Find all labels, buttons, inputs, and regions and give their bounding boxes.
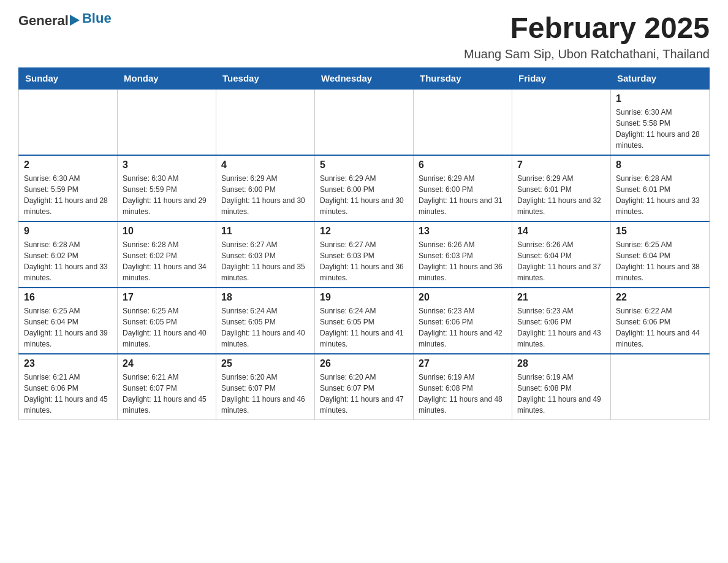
day-number: 7	[517, 159, 605, 170]
header-tuesday: Tuesday	[216, 67, 315, 89]
day-number: 18	[221, 292, 309, 303]
header-thursday: Thursday	[414, 67, 512, 89]
week-row-2: 9Sunrise: 6:28 AMSunset: 6:02 PMDaylight…	[19, 221, 710, 288]
header: General Blue February 2025 Muang Sam Sip…	[18, 12, 710, 61]
day-number: 16	[24, 292, 112, 303]
day-info: Sunrise: 6:19 AMSunset: 6:08 PMDaylight:…	[419, 372, 507, 416]
day-number: 9	[24, 226, 112, 237]
header-sunday: Sunday	[19, 67, 118, 89]
day-number: 17	[123, 292, 211, 303]
calendar-cell	[315, 89, 414, 155]
week-row-4: 23Sunrise: 6:21 AMSunset: 6:06 PMDayligh…	[19, 354, 710, 420]
header-saturday: Saturday	[611, 67, 710, 89]
calendar-cell	[611, 354, 710, 420]
day-info: Sunrise: 6:29 AMSunset: 6:00 PMDaylight:…	[419, 173, 507, 217]
calendar-cell: 11Sunrise: 6:27 AMSunset: 6:03 PMDayligh…	[216, 221, 315, 288]
svg-marker-0	[70, 15, 80, 26]
day-info: Sunrise: 6:29 AMSunset: 6:00 PMDaylight:…	[221, 173, 309, 217]
day-number: 3	[123, 159, 211, 170]
calendar-body: 1Sunrise: 6:30 AMSunset: 5:58 PMDaylight…	[19, 89, 710, 420]
day-number: 10	[123, 226, 211, 237]
day-number: 11	[221, 226, 309, 237]
calendar-cell	[19, 89, 118, 155]
calendar-cell: 28Sunrise: 6:19 AMSunset: 6:08 PMDayligh…	[512, 354, 611, 420]
header-monday: Monday	[118, 67, 216, 89]
day-number: 12	[320, 226, 408, 237]
day-info: Sunrise: 6:26 AMSunset: 6:04 PMDaylight:…	[517, 239, 605, 283]
calendar-cell: 24Sunrise: 6:21 AMSunset: 6:07 PMDayligh…	[118, 354, 216, 420]
calendar-cell: 3Sunrise: 6:30 AMSunset: 5:59 PMDaylight…	[118, 155, 216, 221]
month-year-title: February 2025	[464, 12, 710, 45]
calendar-header: SundayMondayTuesdayWednesdayThursdayFrid…	[19, 67, 710, 89]
calendar-cell: 25Sunrise: 6:20 AMSunset: 6:07 PMDayligh…	[216, 354, 315, 420]
day-info: Sunrise: 6:25 AMSunset: 6:04 PMDaylight:…	[616, 239, 704, 283]
calendar-cell	[414, 89, 512, 155]
day-number: 13	[419, 226, 507, 237]
calendar-cell: 26Sunrise: 6:20 AMSunset: 6:07 PMDayligh…	[315, 354, 414, 420]
calendar-cell: 23Sunrise: 6:21 AMSunset: 6:06 PMDayligh…	[19, 354, 118, 420]
day-info: Sunrise: 6:29 AMSunset: 6:01 PMDaylight:…	[517, 173, 605, 217]
day-info: Sunrise: 6:23 AMSunset: 6:06 PMDaylight:…	[517, 305, 605, 350]
day-number: 14	[517, 226, 605, 237]
calendar-cell: 13Sunrise: 6:26 AMSunset: 6:03 PMDayligh…	[414, 221, 512, 288]
day-info: Sunrise: 6:23 AMSunset: 6:06 PMDaylight:…	[419, 305, 507, 350]
day-info: Sunrise: 6:30 AMSunset: 5:58 PMDaylight:…	[616, 107, 704, 151]
calendar-table: SundayMondayTuesdayWednesdayThursdayFrid…	[18, 67, 710, 420]
day-info: Sunrise: 6:28 AMSunset: 6:02 PMDaylight:…	[123, 239, 211, 283]
day-number: 28	[517, 358, 605, 369]
day-number: 27	[419, 358, 507, 369]
day-number: 21	[517, 292, 605, 303]
calendar-cell: 18Sunrise: 6:24 AMSunset: 6:05 PMDayligh…	[216, 288, 315, 354]
day-number: 15	[616, 226, 704, 237]
day-info: Sunrise: 6:28 AMSunset: 6:01 PMDaylight:…	[616, 173, 704, 217]
calendar-cell: 7Sunrise: 6:29 AMSunset: 6:01 PMDaylight…	[512, 155, 611, 221]
day-info: Sunrise: 6:30 AMSunset: 5:59 PMDaylight:…	[24, 173, 112, 217]
logo-blue-text: Blue	[82, 10, 112, 26]
week-row-1: 2Sunrise: 6:30 AMSunset: 5:59 PMDaylight…	[19, 155, 710, 221]
title-area: February 2025 Muang Sam Sip, Ubon Ratcha…	[464, 12, 710, 61]
calendar-cell: 27Sunrise: 6:19 AMSunset: 6:08 PMDayligh…	[414, 354, 512, 420]
day-number: 1	[616, 93, 704, 104]
day-number: 4	[221, 159, 309, 170]
calendar-cell: 1Sunrise: 6:30 AMSunset: 5:58 PMDaylight…	[611, 89, 710, 155]
calendar-cell	[512, 89, 611, 155]
day-number: 19	[320, 292, 408, 303]
calendar-cell: 17Sunrise: 6:25 AMSunset: 6:05 PMDayligh…	[118, 288, 216, 354]
day-number: 8	[616, 159, 704, 170]
day-number: 2	[24, 159, 112, 170]
day-info: Sunrise: 6:26 AMSunset: 6:03 PMDaylight:…	[419, 239, 507, 283]
logo-arrow-icon	[70, 13, 82, 27]
day-info: Sunrise: 6:24 AMSunset: 6:05 PMDaylight:…	[221, 305, 309, 350]
calendar-cell: 16Sunrise: 6:25 AMSunset: 6:04 PMDayligh…	[19, 288, 118, 354]
day-info: Sunrise: 6:28 AMSunset: 6:02 PMDaylight:…	[24, 239, 112, 283]
calendar-cell: 21Sunrise: 6:23 AMSunset: 6:06 PMDayligh…	[512, 288, 611, 354]
day-info: Sunrise: 6:30 AMSunset: 5:59 PMDaylight:…	[123, 173, 211, 217]
week-row-0: 1Sunrise: 6:30 AMSunset: 5:58 PMDaylight…	[19, 89, 710, 155]
calendar-cell: 5Sunrise: 6:29 AMSunset: 6:00 PMDaylight…	[315, 155, 414, 221]
header-wednesday: Wednesday	[315, 67, 414, 89]
day-info: Sunrise: 6:25 AMSunset: 6:05 PMDaylight:…	[123, 305, 211, 350]
calendar-cell: 12Sunrise: 6:27 AMSunset: 6:03 PMDayligh…	[315, 221, 414, 288]
day-info: Sunrise: 6:21 AMSunset: 6:07 PMDaylight:…	[123, 372, 211, 416]
day-info: Sunrise: 6:25 AMSunset: 6:04 PMDaylight:…	[24, 305, 112, 350]
day-info: Sunrise: 6:24 AMSunset: 6:05 PMDaylight:…	[320, 305, 408, 350]
calendar-cell: 15Sunrise: 6:25 AMSunset: 6:04 PMDayligh…	[611, 221, 710, 288]
calendar-cell: 14Sunrise: 6:26 AMSunset: 6:04 PMDayligh…	[512, 221, 611, 288]
calendar-cell: 9Sunrise: 6:28 AMSunset: 6:02 PMDaylight…	[19, 221, 118, 288]
day-info: Sunrise: 6:19 AMSunset: 6:08 PMDaylight:…	[517, 372, 605, 416]
day-number: 25	[221, 358, 309, 369]
day-number: 24	[123, 358, 211, 369]
calendar-cell	[118, 89, 216, 155]
day-info: Sunrise: 6:22 AMSunset: 6:06 PMDaylight:…	[616, 305, 704, 350]
calendar-cell	[216, 89, 315, 155]
day-info: Sunrise: 6:20 AMSunset: 6:07 PMDaylight:…	[320, 372, 408, 416]
calendar-cell: 10Sunrise: 6:28 AMSunset: 6:02 PMDayligh…	[118, 221, 216, 288]
calendar-cell: 20Sunrise: 6:23 AMSunset: 6:06 PMDayligh…	[414, 288, 512, 354]
day-number: 5	[320, 159, 408, 170]
day-number: 6	[419, 159, 507, 170]
day-info: Sunrise: 6:27 AMSunset: 6:03 PMDaylight:…	[221, 239, 309, 283]
days-of-week-row: SundayMondayTuesdayWednesdayThursdayFrid…	[19, 67, 710, 89]
logo: General Blue	[18, 12, 112, 29]
day-number: 26	[320, 358, 408, 369]
calendar-cell: 4Sunrise: 6:29 AMSunset: 6:00 PMDaylight…	[216, 155, 315, 221]
